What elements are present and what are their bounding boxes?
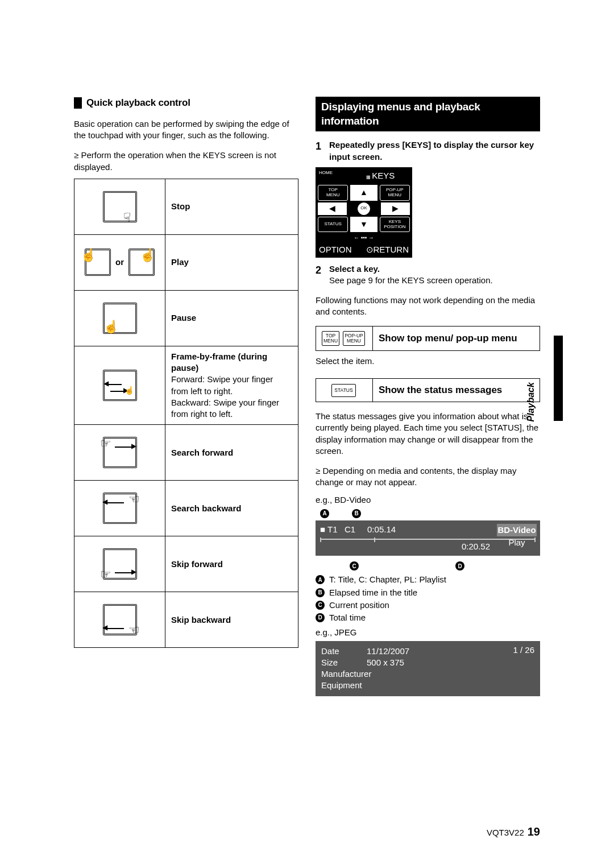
page-number: 19: [528, 824, 540, 840]
remote-diagram: HOME ▦ KEYS TOP MENU ▲ POP-UP MENU ◀ OK …: [316, 167, 412, 258]
gesture-skipfwd: Skip forward: [165, 536, 298, 592]
section-label: Playback: [525, 382, 537, 421]
gesture-frame: Frame-by-frame (during pause) Forward: S…: [165, 346, 298, 425]
feature1-title: Show top menu/ pop-up menu: [373, 326, 540, 351]
step-1-num: 1: [316, 139, 325, 163]
select-item: Select the item.: [316, 356, 540, 367]
gesture-skipbwd: Skip backward: [165, 592, 298, 648]
eg-jpeg: e.g., JPEG: [316, 627, 540, 638]
page-footer: VQT3V22 19: [487, 824, 540, 840]
section-tab: [554, 336, 563, 421]
functions-note: Following functions may not work dependi…: [316, 295, 540, 318]
feature-status: STATUS Show the status messages: [316, 378, 540, 402]
legend-list: AT: Title, C: Chapter, PL: Playlist BEla…: [316, 574, 540, 623]
gesture-play: Play: [165, 234, 298, 290]
step-2-num: 2: [316, 263, 325, 287]
quick-playback-intro: Basic operation can be performed by swip…: [74, 118, 298, 142]
status-bullet: Depending on media and contents, the dis…: [316, 465, 540, 489]
quick-playback-heading: Quick playback control: [74, 97, 298, 110]
step-1: Repeatedly press [KEYS] to display the c…: [329, 140, 534, 161]
doc-code: VQT3V22: [487, 827, 524, 838]
gesture-table: ☟ Stop ☝ or ☝ Play ☝ Pause ☝: [74, 179, 298, 648]
marker-C-icon: C: [350, 561, 359, 571]
marker-D-icon: D: [455, 561, 464, 571]
eg-bdvideo: e.g., BD-Video: [316, 494, 540, 506]
feature-topmenu: TOP MENU POP-UP MENU Show top menu/ pop-…: [316, 326, 540, 351]
gesture-searchfwd: Search forward: [165, 425, 298, 481]
step-2-sub: See page 9 for the KEYS screen operation…: [329, 275, 540, 286]
displaying-heading: Displaying menus and playback informatio…: [316, 97, 540, 131]
gesture-pause: Pause: [165, 290, 298, 346]
gesture-stop: Stop: [165, 179, 298, 234]
status-para: The status messages give you information…: [316, 411, 540, 457]
feature2-title: Show the status messages: [373, 379, 540, 402]
gesture-searchbwd: Search backward: [165, 481, 298, 536]
osd-jpeg: 1 / 26 Date11/12/2007 Size500 x 375 Manu…: [316, 641, 540, 696]
osd-bdvideo: ■ T1 C1 0:05.14 BD-Video Play 0:20.52: [316, 520, 540, 556]
quick-playback-bullet: Perform the operation when the KEYS scre…: [74, 150, 298, 173]
step-2: Select a key.: [329, 264, 380, 274]
marker-A-icon: A: [320, 509, 329, 518]
marker-B-icon: B: [352, 509, 361, 518]
